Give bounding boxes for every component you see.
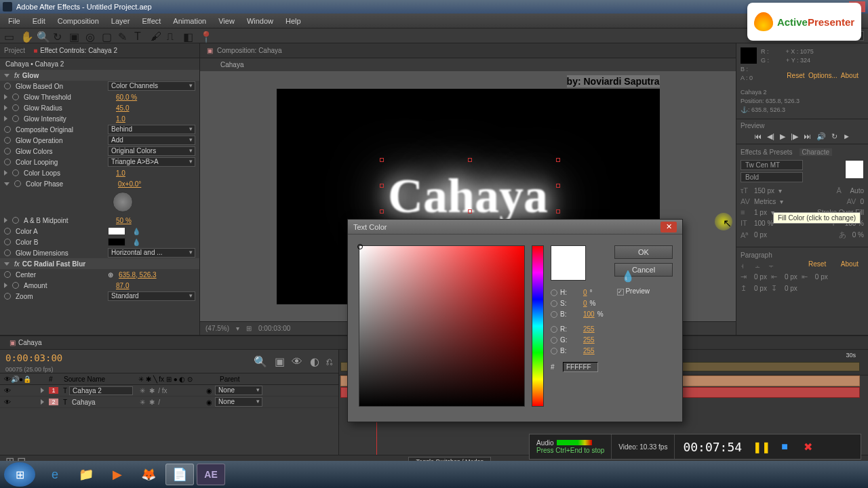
disclosure-icon[interactable] bbox=[4, 105, 7, 110]
color-b-swatch[interactable] bbox=[108, 238, 125, 246]
eyedropper-icon[interactable]: 💧 bbox=[132, 228, 140, 235]
glow-radius-value[interactable]: 45.0 bbox=[116, 104, 195, 112]
selection-handle[interactable] bbox=[468, 158, 472, 162]
eyedropper-icon[interactable]: 💧 bbox=[132, 239, 140, 246]
timeline-layer-row[interactable]: 👁 2 T Cahaya ✳ ✱ / ◉ None bbox=[0, 396, 338, 408]
last-frame-button[interactable]: ⏭ bbox=[804, 132, 811, 141]
color-looping-dropdown[interactable]: Triangle A>B>A bbox=[108, 157, 195, 167]
pause-recording-button[interactable]: ❚❚ bbox=[752, 437, 771, 456]
menu-layer[interactable]: Layer bbox=[106, 16, 136, 26]
glow-colors-dropdown[interactable]: Original Colors bbox=[108, 146, 195, 156]
play-button[interactable]: ▶ bbox=[780, 132, 785, 141]
menu-view[interactable]: View bbox=[213, 16, 240, 26]
ok-button[interactable]: OK bbox=[614, 245, 673, 259]
resolution-icon[interactable]: ⊞ bbox=[246, 325, 252, 332]
stopwatch-icon[interactable] bbox=[4, 159, 11, 165]
hex-input[interactable] bbox=[563, 362, 598, 372]
selection-handle[interactable] bbox=[556, 209, 560, 214]
zoom-tool-icon[interactable]: 🔍 bbox=[37, 30, 47, 41]
stopwatch-icon[interactable] bbox=[4, 249, 11, 256]
saturation-value-picker[interactable] bbox=[359, 245, 525, 407]
disclosure-icon[interactable] bbox=[4, 262, 9, 266]
kerning-value[interactable]: Metrics bbox=[754, 198, 776, 205]
pan-behind-tool-icon[interactable]: ◎ bbox=[85, 30, 96, 41]
disclosure-icon[interactable] bbox=[4, 74, 9, 77]
stop-recording-button[interactable]: ■ bbox=[775, 437, 794, 456]
composite-original-dropdown[interactable]: Behind bbox=[108, 125, 195, 134]
viewer-zoom[interactable]: (47.5%) bbox=[205, 325, 229, 332]
stopwatch-icon[interactable] bbox=[12, 94, 19, 100]
stopwatch-icon[interactable] bbox=[4, 228, 11, 235]
puppet-tool-icon[interactable]: 📍 bbox=[199, 30, 210, 41]
text-tool-icon[interactable]: T bbox=[134, 30, 145, 41]
dialog-close-button[interactable]: ✕ bbox=[660, 222, 677, 232]
font-size-value[interactable]: 150 px bbox=[754, 187, 774, 195]
tl-blur-icon[interactable]: ◐ bbox=[310, 356, 319, 367]
glow-basedon-dropdown[interactable]: Color Channels bbox=[108, 81, 195, 91]
timeline-layer-row[interactable]: 👁 1 T Cahaya 2 ✳ ✱ / fx ◉ None bbox=[0, 385, 338, 396]
hand-tool-icon[interactable]: ✋ bbox=[20, 30, 31, 41]
r-value[interactable]: 255 bbox=[583, 325, 595, 333]
amount-value[interactable]: 87.0 bbox=[116, 282, 195, 289]
taskbar-afterfx-icon[interactable]: AE bbox=[197, 464, 225, 485]
character-tab[interactable]: Characte bbox=[800, 148, 833, 156]
menu-edit[interactable]: Edit bbox=[27, 16, 51, 26]
first-frame-button[interactable]: ⏮ bbox=[754, 132, 762, 141]
color-phase-value[interactable]: 0x+0.0° bbox=[118, 180, 195, 188]
stopwatch-icon[interactable] bbox=[14, 180, 21, 187]
effect-controls-tab[interactable]: ■Effect Controls: Cahaya 2 bbox=[33, 47, 117, 54]
h-radio[interactable] bbox=[551, 289, 557, 296]
tsume-value[interactable]: 0 % bbox=[852, 231, 864, 239]
bl-value[interactable]: 255 bbox=[583, 347, 595, 354]
stopwatch-icon[interactable] bbox=[4, 271, 11, 278]
b-value[interactable]: 100 bbox=[583, 310, 595, 318]
midpoint-value[interactable]: 50 % bbox=[116, 217, 195, 224]
h-value[interactable]: 0 bbox=[583, 289, 587, 296]
clone-tool-icon[interactable]: ⎍ bbox=[167, 30, 178, 41]
selection-handle[interactable] bbox=[380, 158, 384, 162]
stopwatch-icon[interactable] bbox=[4, 83, 11, 89]
rotate-tool-icon[interactable]: ↻ bbox=[53, 30, 64, 41]
layer-name[interactable]: Cahaya 2 bbox=[69, 386, 133, 395]
s-radio[interactable] bbox=[551, 300, 557, 307]
menu-window[interactable]: Window bbox=[241, 16, 279, 26]
color-a-swatch[interactable] bbox=[108, 227, 125, 235]
disclosure-icon[interactable] bbox=[4, 94, 7, 100]
selection-handle[interactable] bbox=[380, 184, 384, 188]
taskbar-notepad-icon[interactable]: 📄 bbox=[165, 464, 194, 485]
parent-dropdown[interactable]: None bbox=[215, 397, 262, 407]
start-button[interactable]: ⊞ bbox=[4, 462, 35, 487]
menu-file[interactable]: File bbox=[3, 16, 26, 26]
selection-handle[interactable] bbox=[556, 158, 560, 162]
disclosure-icon[interactable] bbox=[4, 116, 7, 121]
stroke-width-value[interactable]: 1 px bbox=[754, 209, 767, 216]
composition-tab[interactable]: Composition: Cahaya bbox=[217, 47, 282, 54]
hue-slider[interactable] bbox=[532, 245, 544, 407]
timeline-timecode[interactable]: 0:00:03:00 bbox=[0, 350, 68, 366]
pen-tool-icon[interactable]: ✎ bbox=[118, 30, 129, 41]
disclosure-icon[interactable] bbox=[41, 388, 44, 393]
menu-effect[interactable]: Effect bbox=[136, 16, 166, 26]
prev-frame-button[interactable]: ◀| bbox=[767, 132, 774, 141]
tl-comp-icon[interactable]: ▣ bbox=[275, 356, 285, 367]
center-value[interactable]: 635.8, 526.3 bbox=[119, 271, 195, 279]
preview-checkbox[interactable]: ✓ bbox=[617, 289, 624, 296]
zoom-dropdown[interactable]: Standard bbox=[108, 291, 195, 301]
sv-cursor[interactable] bbox=[357, 244, 363, 249]
glow-operation-dropdown[interactable]: Add bbox=[108, 136, 195, 145]
font-family-dropdown[interactable]: Tw Cen MT bbox=[741, 160, 803, 170]
project-tab[interactable]: Project bbox=[4, 47, 25, 54]
glow-threshold-value[interactable]: 60.0 % bbox=[116, 94, 195, 101]
eraser-tool-icon[interactable]: ◧ bbox=[183, 30, 194, 41]
ram-preview-button[interactable]: ► bbox=[843, 132, 850, 141]
tracking-value[interactable]: 0 bbox=[860, 198, 864, 205]
disclosure-icon[interactable] bbox=[4, 170, 7, 176]
align-right-icon[interactable]: ⫟ bbox=[768, 262, 777, 270]
stopwatch-icon[interactable] bbox=[12, 282, 19, 289]
r-radio[interactable] bbox=[551, 326, 557, 333]
taskbar-firefox-icon[interactable]: 🦊 bbox=[134, 464, 163, 485]
crosshair-icon[interactable]: ⊕ bbox=[108, 271, 113, 279]
effects-presets-tab[interactable]: Effects & Presets bbox=[741, 148, 793, 156]
g-value[interactable]: 255 bbox=[583, 336, 595, 344]
next-frame-button[interactable]: |▶ bbox=[791, 132, 798, 141]
